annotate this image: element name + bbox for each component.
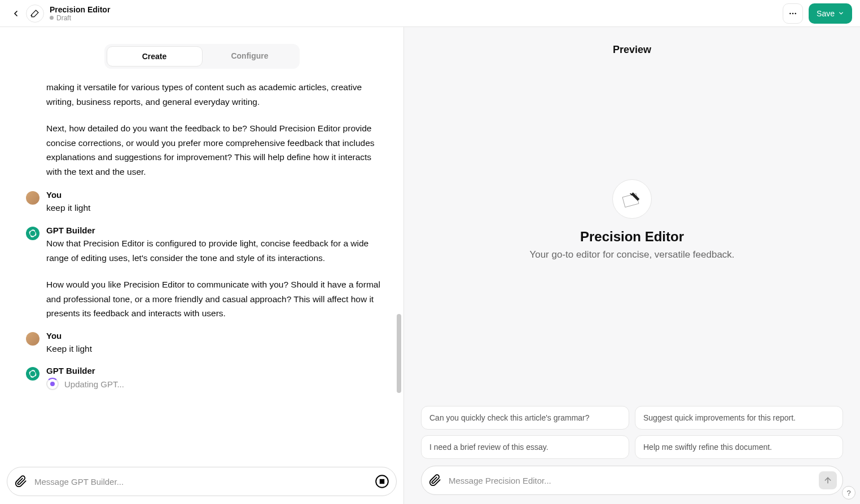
suggestion-item[interactable]: Can you quickly check this article's gra… [421,406,629,430]
tab-configure[interactable]: Configure [203,46,297,67]
attach-button[interactable] [13,474,29,489]
preview-label: Preview [404,44,860,56]
preview-pane: Preview Precision Editor Your go-to edit… [404,27,860,504]
save-button-label: Save [817,9,835,18]
chat-message: You keep it light [26,190,383,215]
chat-message: You Keep it light [26,331,383,356]
message-body: Keep it light [46,342,383,356]
status-badge: Draft [50,14,110,22]
suggestion-item[interactable]: Help me swiftly refine this document. [635,435,843,459]
bot-avatar [26,367,40,381]
chevron-down-icon [838,10,844,16]
svg-point-0 [789,12,791,14]
preview-subtitle: Your go-to editor for concise, versatile… [529,249,734,260]
scrollbar-thumb[interactable] [397,314,401,393]
back-button[interactable] [8,6,24,21]
message-author: You [46,190,383,200]
builder-pane: Create Configure making it versatile for… [0,27,404,504]
updating-text: Updating GPT... [64,379,124,389]
suggestion-item[interactable]: Suggest quick improvements for this repo… [635,406,843,430]
chat-message: GPT Builder Updating GPT... [26,366,383,390]
message-body: Now that Precision Editor is configured … [46,236,383,321]
stop-button[interactable] [374,473,390,490]
status-dot-icon [50,16,54,20]
message-author: GPT Builder [46,226,383,235]
builder-tabs: Create Configure [104,44,300,69]
save-button[interactable]: Save [809,3,852,24]
preview-app-icon [612,179,652,219]
app-icon [26,5,44,23]
preview-composer [421,466,843,495]
help-button[interactable]: ? [842,486,855,499]
preview-attach-button[interactable] [427,472,443,488]
updating-status: Updating GPT... [46,378,383,390]
page-title: Precision Editor [50,5,110,14]
suggestion-item[interactable]: I need a brief review of this essay. [421,435,629,459]
message-body: keep it light [46,201,383,215]
suggestion-grid: Can you quickly check this article's gra… [404,406,860,459]
svg-rect-4 [380,480,384,484]
svg-point-1 [792,12,793,14]
tab-create[interactable]: Create [107,46,203,67]
chat-message: GPT Builder Now that Precision Editor is… [26,226,383,321]
builder-composer [7,467,397,496]
message-author: GPT Builder [46,366,383,375]
builder-input[interactable] [34,477,368,487]
message-author: You [46,331,383,341]
preview-input[interactable] [449,476,813,485]
svg-rect-5 [622,193,639,207]
preview-title: Precision Editor [580,229,684,245]
user-avatar [26,191,40,205]
status-text: Draft [56,14,71,22]
chat-scroll-area[interactable]: making it versatile for various types of… [0,80,403,461]
assistant-message-fragment: making it versatile for various types of… [46,80,383,179]
bot-avatar [26,227,40,240]
send-button[interactable] [819,471,837,489]
spinner-icon [46,378,59,390]
preview-hero: Precision Editor Your go-to editor for c… [404,56,860,406]
svg-point-2 [795,12,796,14]
header: Precision Editor Draft Save [0,0,860,27]
user-avatar [26,332,40,346]
more-menu-button[interactable] [783,3,803,24]
